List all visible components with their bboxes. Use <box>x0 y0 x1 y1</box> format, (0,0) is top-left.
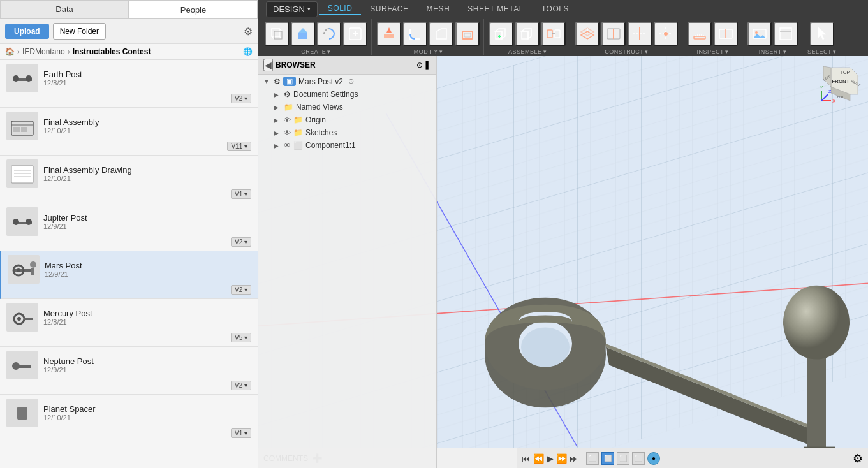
expand-arrow[interactable]: ▼ <box>263 78 271 85</box>
expand-arrow[interactable]: ▶ <box>274 104 281 111</box>
construct-offset-plane[interactable] <box>575 22 600 46</box>
tab-sheet-metal[interactable]: SHEET METAL <box>459 3 533 15</box>
axis-cube[interactable]: FRONT LEFT BOT TOP RIGHT X Y Z <box>818 61 863 106</box>
modify-press-pull[interactable] <box>377 22 401 46</box>
eye-icon[interactable]: 👁 <box>284 142 291 149</box>
create-extrude-button[interactable] <box>291 22 315 46</box>
settings-icon[interactable]: ⚙ <box>244 26 253 38</box>
list-item[interactable]: Final Assembly 12/10/21 V11 ▾ <box>0 108 258 156</box>
construct-point[interactable] <box>654 22 678 46</box>
create-revolve-button[interactable] <box>317 22 341 46</box>
assemble-joint[interactable] <box>515 22 540 46</box>
list-item-mars-post[interactable]: Mars Post 12/9/21 V2 ▾ <box>0 251 258 299</box>
file-thumbnail <box>6 112 38 140</box>
modify-fillet[interactable] <box>403 22 427 46</box>
play-play[interactable]: ▶ <box>547 453 554 464</box>
modify-arrow[interactable]: ▾ <box>439 48 443 55</box>
upload-button[interactable]: Upload <box>5 24 49 39</box>
play-next[interactable]: ⏩ <box>556 453 567 464</box>
svg-marker-45 <box>522 29 531 39</box>
list-item[interactable]: Mercury Post 12/8/21 V5 ▾ <box>0 299 258 347</box>
design-button[interactable]: DESIGN ▾ <box>266 1 318 17</box>
play-prev[interactable]: ⏪ <box>533 453 544 464</box>
svg-point-20 <box>17 317 21 321</box>
tab-people[interactable]: People <box>129 0 258 18</box>
construct-axis[interactable] <box>628 22 652 46</box>
version-badge[interactable]: V5 ▾ <box>231 333 251 342</box>
inspect-arrow[interactable]: ▾ <box>725 48 729 55</box>
tab-tools[interactable]: TOOLS <box>533 3 578 15</box>
tab-data[interactable]: Data <box>0 0 129 18</box>
version-badge[interactable]: V2 ▾ <box>231 285 251 295</box>
version-badge[interactable]: V1 ▾ <box>231 428 251 438</box>
list-item[interactable]: Earth Post 12/8/21 V2 ▾ <box>0 60 258 108</box>
browser-item-component[interactable]: ▶ 👁 ⬜ Component1:1 <box>258 139 436 152</box>
create-arrow[interactable]: ▾ <box>327 48 331 55</box>
version-badge[interactable]: V2 ▾ <box>231 237 251 247</box>
timeline-btn4[interactable]: ⬜ <box>632 452 645 465</box>
browser-item-origin[interactable]: ▶ 👁 📁 Origin <box>258 113 436 126</box>
svg-marker-36 <box>386 27 392 33</box>
version-badge[interactable]: V2 ▾ <box>231 381 251 390</box>
doc-icon[interactable]: ▣ <box>283 77 296 86</box>
globe-icon[interactable]: 🌐 <box>243 47 253 56</box>
tab-solid[interactable]: SOLID <box>319 3 362 15</box>
new-folder-button[interactable]: New Folder <box>53 23 106 40</box>
play-first[interactable]: ⏮ <box>522 453 531 464</box>
expand-arrow[interactable]: ▶ <box>274 129 281 136</box>
timeline-btn1[interactable]: ⬜ <box>586 452 599 465</box>
file-date: 12/10/21 <box>43 414 251 421</box>
insert-canvas[interactable] <box>774 22 798 46</box>
browser-collapse[interactable]: ◀ <box>263 59 273 71</box>
sketches-label: Sketches <box>305 128 337 137</box>
version-badge[interactable]: V2 ▾ <box>231 94 251 103</box>
tab-mesh[interactable]: MESH <box>418 3 459 15</box>
inspect-measure[interactable] <box>688 22 712 46</box>
select-arrow[interactable]: ▾ <box>833 48 837 55</box>
list-item[interactable]: Final Assembly Drawing 12/10/21 V1 ▾ <box>0 156 258 203</box>
play-last[interactable]: ⏭ <box>570 453 578 464</box>
svg-marker-69 <box>753 34 766 38</box>
browser-document-root[interactable]: ▼ ⚙ ▣ Mars Post v2 ⊙ <box>258 75 436 88</box>
construct-arrow[interactable]: ▾ <box>645 48 649 55</box>
breadcrumb-org[interactable]: IEDMontano <box>22 47 65 56</box>
browser-item-sketches[interactable]: ▶ 👁 📁 Sketches <box>258 126 436 139</box>
select-button[interactable] <box>810 22 834 46</box>
browser-close[interactable]: ▌ <box>425 61 431 69</box>
timeline-btn5[interactable]: ● <box>647 452 660 465</box>
list-item[interactable]: Neptune Post 12/9/21 V2 ▾ <box>0 347 258 395</box>
assemble-align[interactable] <box>541 22 566 46</box>
eye-icon[interactable]: 👁 <box>284 116 291 124</box>
browser-item-named-views[interactable]: ▶ 📁 Named Views <box>258 101 436 113</box>
expand-arrow[interactable]: ▶ <box>274 117 281 124</box>
inspect-section[interactable] <box>714 22 738 46</box>
create-more-button[interactable] <box>343 22 367 46</box>
modify-chamfer[interactable] <box>429 22 453 46</box>
browser-menu[interactable]: ⊙ <box>416 61 423 69</box>
breadcrumb-home[interactable]: 🏠 <box>5 47 15 56</box>
assemble-arrow[interactable]: ▾ <box>543 48 547 55</box>
version-badge[interactable]: V11 ▾ <box>227 142 251 151</box>
doc-options[interactable]: ⊙ <box>348 77 354 85</box>
timeline-btn3[interactable]: ⬜ <box>617 452 629 465</box>
modify-shell[interactable] <box>455 22 480 46</box>
svg-marker-31 <box>298 28 307 33</box>
list-item[interactable]: Planet Spacer 12/10/21 V1 ▾ <box>0 395 258 442</box>
eye-icon[interactable]: 👁 <box>284 129 291 136</box>
timeline-btn2[interactable]: ⬜ <box>601 452 614 465</box>
file-date: 12/9/21 <box>43 223 251 230</box>
viewport-area: ◀ BROWSER ⊙ ▌ ▼ ⚙ ▣ Mars Post v2 ⊙ ▶ ⚙ D… <box>258 56 868 468</box>
tab-surface[interactable]: SURFACE <box>361 3 417 15</box>
expand-arrow[interactable]: ▶ <box>274 142 281 149</box>
expand-arrow[interactable]: ▶ <box>274 91 281 98</box>
playback-settings[interactable]: ⚙ <box>853 451 863 465</box>
list-item[interactable]: Jupiter Post 12/9/21 V2 ▾ <box>0 203 258 251</box>
construct-midplane[interactable] <box>601 22 626 46</box>
insert-image[interactable] <box>747 22 772 46</box>
create-box-button[interactable] <box>265 22 289 46</box>
insert-arrow[interactable]: ▾ <box>783 48 787 55</box>
browser-item-doc-settings[interactable]: ▶ ⚙ Document Settings <box>258 88 436 101</box>
breadcrumb-project[interactable]: Instructables Contest <box>73 47 151 56</box>
assemble-new-component[interactable] <box>489 22 513 46</box>
version-badge[interactable]: V1 ▾ <box>231 189 251 199</box>
